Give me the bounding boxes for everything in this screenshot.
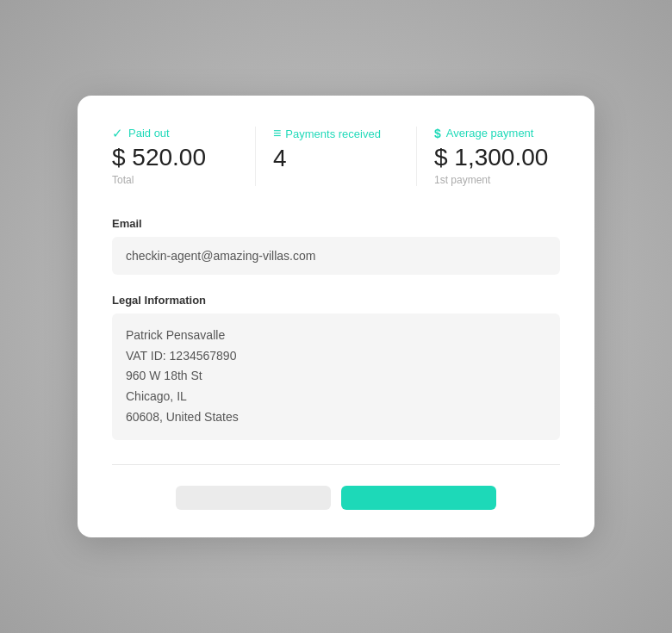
legal-line-5: 60608, United States <box>126 407 546 428</box>
button-row <box>112 486 560 510</box>
average-payment-value: $ 1,300.00 <box>434 143 560 172</box>
paid-out-label: Paid out <box>128 127 170 140</box>
footer-divider <box>112 464 560 465</box>
main-card: Paid out $ 520.00 Total Payments receive… <box>78 96 594 537</box>
legal-label: Legal Information <box>112 294 560 307</box>
check-icon <box>112 127 123 140</box>
paid-out-sublabel: Total <box>112 174 238 186</box>
legal-info-box: Patrick Pensavalle VAT ID: 1234567890 96… <box>112 313 560 440</box>
stat-average-payment: Average payment $ 1,300.00 1st payment <box>434 127 560 186</box>
stats-row: Paid out $ 520.00 Total Payments receive… <box>112 127 560 193</box>
payments-received-label: Payments received <box>285 127 381 140</box>
stat-paid-out: Paid out $ 520.00 Total <box>112 127 238 186</box>
divider-2 <box>416 127 417 186</box>
divider-1 <box>255 127 256 186</box>
average-payment-sublabel: 1st payment <box>434 174 560 186</box>
email-value: checkin-agent@amazing-villas.com <box>112 237 560 275</box>
stat-payments-received: Payments received 4 <box>273 127 399 175</box>
secondary-button[interactable] <box>176 486 331 510</box>
payments-received-value: 4 <box>273 144 399 173</box>
legal-line-2: VAT ID: 1234567890 <box>126 346 546 367</box>
paid-out-value: $ 520.00 <box>112 143 238 172</box>
list-icon <box>273 127 280 140</box>
legal-line-3: 960 W 18th St <box>126 366 546 387</box>
dollar-icon <box>434 127 441 140</box>
average-payment-label: Average payment <box>446 127 534 140</box>
primary-button[interactable] <box>341 486 496 510</box>
legal-line-1: Patrick Pensavalle <box>126 326 546 346</box>
email-label: Email <box>112 217 560 230</box>
legal-line-4: Chicago, IL <box>126 387 546 407</box>
